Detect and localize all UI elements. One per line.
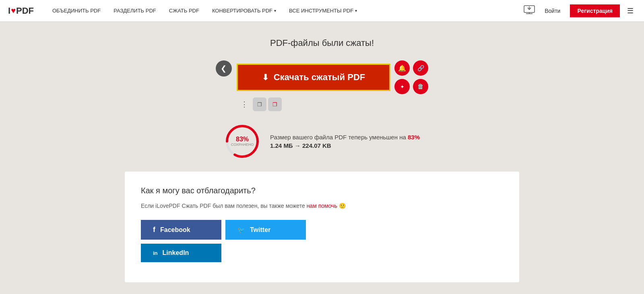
linkedin-share-button[interactable]: in LinkedIn — [141, 244, 221, 262]
twitter-icon: 🐦 — [237, 226, 245, 234]
back-icon: ❮ — [221, 64, 227, 73]
facebook-share-button[interactable]: f Facebook — [141, 220, 221, 240]
trash-icon: 🗑 — [417, 83, 424, 90]
register-button[interactable]: Регистрация — [570, 4, 620, 17]
back-button[interactable]: ❮ — [216, 60, 232, 77]
download-to-desktop-icon[interactable] — [524, 5, 535, 16]
nav: ОБЪЕДИНИТЬ PDF РАЗДЕЛИТЬ PDF СЖАТЬ PDF К… — [46, 8, 524, 14]
header-right: Войти Регистрация ☰ — [524, 4, 636, 17]
help-us-link[interactable]: нам помочь — [307, 203, 337, 209]
login-button[interactable]: Войти — [540, 5, 565, 17]
more-options-button[interactable]: ⋮ — [237, 97, 251, 111]
copy-file-icon-button[interactable]: ❐ — [253, 97, 266, 111]
chevron-down-icon: ▾ — [274, 8, 276, 13]
chevron-down-icon: ▾ — [355, 8, 357, 13]
card-description: Если iLovePDF Сжать PDF был вам полезен,… — [141, 202, 503, 210]
progress-info: Размер вашего файла PDF теперь уменьшен … — [270, 134, 420, 149]
nav-convert-pdf[interactable]: КОНВЕРТИРОВАТЬ PDF ▾ — [206, 8, 283, 14]
facebook-icon: f — [153, 226, 155, 234]
download-icon: ⬇ — [262, 72, 269, 82]
dropbox-icon-button[interactable]: ✦ — [394, 79, 410, 94]
page-title: PDF-файлы были сжаты! — [270, 38, 374, 48]
notification-icon-button[interactable]: 🔔 — [394, 60, 410, 76]
logo-heart-icon: ♥ — [11, 6, 16, 15]
social-buttons: f Facebook 🐦 Twitter — [141, 220, 503, 240]
progress-description: Размер вашего файла PDF теперь уменьшен … — [270, 134, 420, 141]
logo[interactable]: I ♥ PDF — [8, 6, 34, 16]
logo-i: I — [8, 6, 10, 16]
link-icon-button[interactable]: 🔗 — [413, 60, 428, 76]
copy2-icon: ❐ — [272, 101, 277, 108]
nav-compress-pdf[interactable]: СЖАТЬ PDF — [163, 8, 206, 14]
linkedin-icon: in — [153, 250, 158, 256]
action-icons: 🔔 🔗 ✦ 🗑 — [394, 60, 428, 94]
bell-icon: 🔔 — [398, 64, 406, 72]
copy-file2-icon-button[interactable]: ❐ — [268, 97, 282, 111]
progress-section: 83% СОХРАНЕНО Размер вашего файла PDF те… — [224, 123, 420, 159]
hamburger-menu-icon[interactable]: ☰ — [625, 6, 636, 15]
twitter-share-button[interactable]: 🐦 Twitter — [225, 220, 306, 240]
compression-circle: 83% СОХРАНЕНО — [224, 123, 260, 159]
nav-all-tools[interactable]: ВСЕ ИНСТРУМЕНТЫ PDF ▾ — [283, 8, 363, 14]
delete-icon-button[interactable]: 🗑 — [413, 79, 428, 94]
file-size-info: 1.24 МБ → 224.07 KB — [270, 142, 420, 149]
nav-split-pdf[interactable]: РАЗДЕЛИТЬ PDF — [107, 8, 163, 14]
header: I ♥ PDF ОБЪЕДИНИТЬ PDF РАЗДЕЛИТЬ PDF СЖА… — [0, 0, 644, 22]
circle-percent: 83% СОХРАНЕНО — [231, 136, 254, 147]
main-content: PDF-файлы были сжаты! ❮ ⬇ Скачать сжатый… — [0, 22, 644, 282]
thank-you-card: Как я могу вас отблагодарить? Если iLove… — [125, 172, 519, 282]
dots-icon: ⋮ — [241, 100, 248, 109]
link-icon: 🔗 — [417, 65, 424, 71]
logo-pdf: PDF — [16, 6, 34, 16]
card-title: Как я могу вас отблагодарить? — [141, 186, 503, 195]
nav-merge-pdf[interactable]: ОБЪЕДИНИТЬ PDF — [46, 8, 107, 14]
download-compressed-pdf-button[interactable]: ⬇ Скачать сжатый PDF — [237, 64, 391, 91]
dropbox-icon: ✦ — [400, 84, 405, 90]
copy-icon: ❐ — [257, 101, 262, 108]
